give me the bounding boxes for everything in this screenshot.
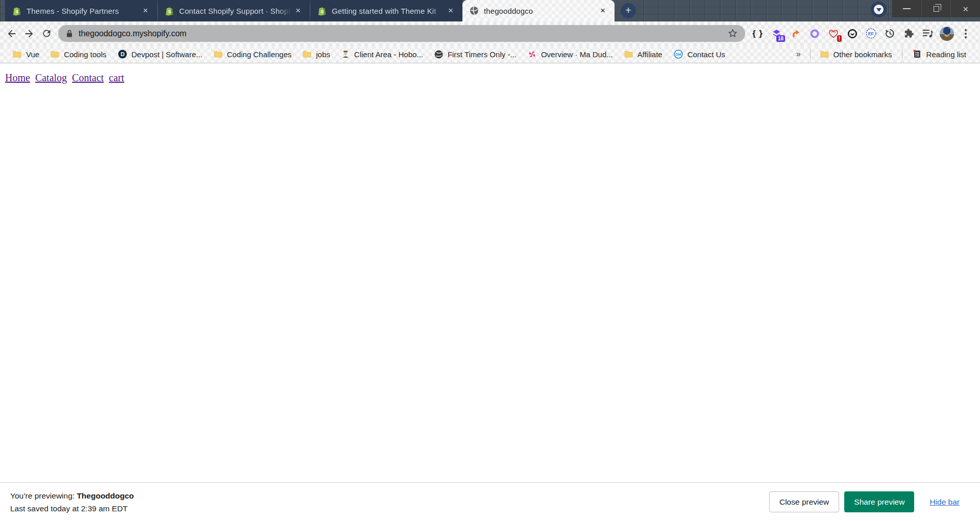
- bookmark-vue[interactable]: Vue: [7, 47, 45, 61]
- share-preview-button[interactable]: Share preview: [844, 491, 914, 512]
- store-nav-link-catalog[interactable]: Catalog: [35, 72, 67, 83]
- store-nav-link-home[interactable]: Home: [5, 72, 30, 83]
- tab-title: Themes - Shopify Partners: [27, 7, 139, 15]
- devpost-icon: D: [118, 50, 127, 59]
- chrome-menu-button[interactable]: [956, 25, 975, 42]
- heart-extension-button[interactable]: !: [824, 25, 843, 42]
- braces-icon: { }: [752, 29, 763, 39]
- bookmark-label: Devpost | Software...: [132, 50, 203, 59]
- json-viewer-extension-button[interactable]: { }: [748, 25, 767, 42]
- puzzle-icon: [903, 28, 914, 39]
- bookmark-label: Coding tools: [64, 50, 106, 59]
- folder-icon: [51, 51, 59, 58]
- window-controls: ×: [892, 0, 980, 17]
- playlist-music-icon: [922, 29, 933, 38]
- reload-icon: [41, 28, 52, 39]
- reading-list-button[interactable]: Reading list: [906, 47, 972, 61]
- ef-extension-button[interactable]: EF: [862, 25, 880, 42]
- tab-theme-kit[interactable]: S Getting started with Theme Kit ×: [310, 0, 462, 21]
- url-text[interactable]: thegooddogco.myshopify.com: [79, 29, 723, 38]
- reload-button[interactable]: [38, 25, 55, 42]
- shopify-icon: S: [12, 6, 21, 16]
- bookmark-label: Coding Challenges: [227, 50, 292, 59]
- bookmark-first-timers-only[interactable]: First Timers Only -...: [429, 47, 522, 61]
- last-saved-line: Last saved today at 2:39 am EDT: [10, 502, 134, 515]
- store-name: Thegooddogco: [77, 491, 134, 500]
- folder-icon: [820, 51, 829, 58]
- bookmark-star-button[interactable]: [723, 25, 742, 42]
- globe-icon: [470, 6, 479, 16]
- dm-icon: DM: [674, 50, 683, 59]
- tab-thegooddogco-active[interactable]: thegooddogco ×: [462, 0, 615, 21]
- bookmark-affiliate[interactable]: Affiliate: [619, 47, 668, 61]
- tab-themes-shopify-partners[interactable]: S Themes - Shopify Partners ×: [5, 0, 157, 21]
- bookmark-jobs[interactable]: jobs: [297, 47, 336, 61]
- close-tab-icon[interactable]: ×: [291, 4, 305, 17]
- tab-contact-shopify-support[interactable]: S Contact Shopify Support · Shopify ×: [158, 0, 310, 21]
- restore-button[interactable]: [921, 0, 951, 17]
- restore-icon: [934, 6, 939, 12]
- bookmark-label: Affiliate: [638, 50, 663, 59]
- shopify-icon: S: [317, 6, 327, 16]
- ef-badge-icon: EF: [866, 28, 876, 39]
- close-tab-icon[interactable]: ×: [139, 4, 152, 17]
- minimize-button[interactable]: [892, 0, 921, 17]
- forward-button[interactable]: [20, 25, 38, 42]
- bookmark-overview-ma-dud[interactable]: Overview · Ma Dud...: [522, 47, 619, 61]
- bookmark-contact-us[interactable]: DM Contact Us: [668, 47, 731, 61]
- back-button[interactable]: [3, 25, 20, 42]
- close-tab-icon[interactable]: ×: [596, 4, 609, 17]
- new-tab-button[interactable]: +: [621, 3, 636, 18]
- history-extension-button[interactable]: [880, 25, 899, 42]
- svg-text:S: S: [15, 9, 18, 14]
- hide-bar-link[interactable]: Hide bar: [929, 498, 960, 507]
- tab-title: thegooddogco: [484, 7, 596, 15]
- close-tab-icon[interactable]: ×: [444, 4, 457, 17]
- store-nav-link-contact[interactable]: Contact: [72, 72, 104, 83]
- extensions-menu-button[interactable]: [899, 25, 918, 42]
- svg-text:EF: EF: [868, 31, 874, 36]
- profile-button[interactable]: [937, 25, 956, 42]
- forward-icon: [23, 28, 35, 39]
- orange-swoosh-icon: [791, 29, 801, 39]
- other-bookmarks-button[interactable]: Other bookmarks: [815, 47, 898, 61]
- close-window-button[interactable]: ×: [950, 0, 980, 17]
- ring-icon: [810, 29, 820, 39]
- history-clock-icon: [885, 28, 895, 39]
- bookmarks-overflow-button[interactable]: »: [791, 50, 806, 59]
- orange-arrow-extension-button[interactable]: [786, 25, 805, 42]
- close-preview-button[interactable]: Close preview: [769, 491, 839, 512]
- bookmark-label: First Timers Only -...: [448, 50, 517, 59]
- avatar: [940, 27, 954, 41]
- address-bar[interactable]: thegooddogco.myshopify.com: [58, 25, 745, 42]
- media-playlist-button[interactable]: [918, 25, 937, 42]
- page-content: Home Catalog Contact cart: [0, 64, 980, 482]
- bookmarks-bar: Vue Coding tools D Devpost | Software...…: [0, 45, 980, 63]
- reading-list-label: Reading list: [926, 50, 966, 59]
- extension-badge: 18: [776, 35, 785, 42]
- bookmark-coding-tools[interactable]: Coding tools: [45, 47, 112, 61]
- purple-ring-extension-button[interactable]: [805, 25, 824, 42]
- purple-stack-extension-button[interactable]: 18: [767, 25, 786, 42]
- media-controls-button[interactable]: [871, 2, 887, 17]
- svg-text:S: S: [321, 9, 324, 14]
- clock-extension-button[interactable]: [843, 25, 862, 42]
- bookmark-coding-challenges[interactable]: Coding Challenges: [208, 47, 298, 61]
- bookmark-label: jobs: [316, 50, 330, 59]
- heart-badge: !: [837, 35, 842, 42]
- bookmark-devpost[interactable]: D Devpost | Software...: [112, 47, 208, 61]
- minimize-icon: [903, 8, 911, 9]
- browser-tab-strip: S Themes - Shopify Partners × S Contact …: [0, 0, 980, 21]
- reading-list-icon: [912, 50, 922, 59]
- store-nav-link-cart[interactable]: cart: [109, 72, 124, 83]
- store-nav: Home Catalog Contact cart: [5, 72, 980, 84]
- extensions-row: { } 18 ! EF: [748, 25, 975, 42]
- tab-title: Contact Shopify Support · Shopify: [179, 7, 291, 15]
- folder-icon: [13, 51, 21, 58]
- divider: [810, 49, 811, 59]
- close-icon: ×: [963, 4, 968, 14]
- bookmark-client-area[interactable]: Client Area - Hobo...: [336, 47, 429, 61]
- back-icon: [6, 28, 17, 39]
- tab-title: Getting started with Theme Kit: [332, 7, 444, 15]
- folder-icon: [303, 51, 311, 58]
